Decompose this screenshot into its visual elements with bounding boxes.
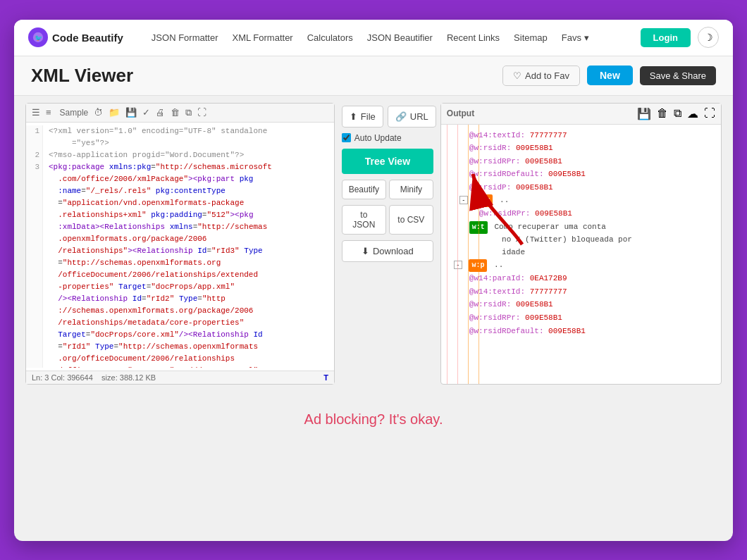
link-icon: 🔗 [395, 111, 407, 122]
auto-update-checkbox[interactable] [342, 133, 351, 142]
chevron-down-icon: ▾ [584, 32, 589, 43]
editor-content[interactable]: 1 2 3 [26, 123, 334, 371]
auto-update-label: Auto Update [354, 133, 402, 143]
trash-icon[interactable]: 🗑 [171, 107, 180, 118]
ad-block-message: Ad blocking? It's okay. [14, 392, 733, 435]
page-title: XML Viewer [31, 65, 133, 87]
nav-links: JSON Formatter XML Formatter Calculators… [152, 32, 624, 43]
new-button[interactable]: New [587, 66, 633, 85]
logo-text: Code Beautify [52, 32, 123, 44]
copy-icon[interactable]: ⧉ [185, 107, 192, 118]
wp-tag: w:p [469, 259, 487, 272]
to-json-button[interactable]: to JSON [342, 205, 386, 235]
list-item: @w14:textId: 77777777 [447, 286, 715, 299]
print-icon[interactable]: 🖨 [156, 107, 165, 118]
app-container: 🐦 Code Beautify JSON Formatter XML Forma… [14, 20, 733, 541]
list-item: @w:rsidR: 009E58B1 [447, 142, 715, 155]
download-button[interactable]: ⬇ Download [342, 240, 433, 262]
nav-recent-links[interactable]: Recent Links [447, 32, 500, 43]
list-item: @w:rsidP: 009E58B1 [447, 182, 715, 194]
nav-json-formatter[interactable]: JSON Formatter [152, 32, 218, 43]
nav-sitemap[interactable]: Sitemap [514, 32, 548, 43]
output-cloud-icon[interactable]: ☁ [687, 107, 698, 120]
upload-icon: ⬆ [350, 111, 357, 122]
nav-calculators[interactable]: Calculators [307, 32, 353, 43]
status-position: Ln: 3 Col: 396644 size: 388.12 KB [32, 373, 156, 382]
list-item[interactable]: - w:p .. [447, 259, 715, 272]
beautify-button[interactable]: Beautify [342, 180, 386, 199]
output-trash-icon[interactable]: 🗑 [657, 107, 668, 120]
collapse-button-wp[interactable]: - [454, 261, 462, 269]
editor-panel: ☰ ≡ Sample ⏱ 📁 💾 ✓ 🖨 🗑 ⧉ ⛶ 1 2 3 [25, 103, 335, 385]
code-editor[interactable]: <?xml version="1.0" encoding="UTF-8" sta… [43, 125, 334, 368]
editor-toolbar: ☰ ≡ Sample ⏱ 📁 💾 ✓ 🖨 🗑 ⧉ ⛶ [26, 104, 334, 123]
list-item: @w:rsidRPr: 009E58B1 [447, 156, 715, 168]
folder-icon[interactable]: 📁 [109, 107, 120, 118]
dark-mode-button[interactable]: ☽ [698, 27, 719, 48]
list-item: w:t Como recuperar uma conta no X (Twitt… [447, 221, 715, 259]
list-item[interactable]: - w:r .. [447, 194, 715, 207]
middle-panel: ⬆ File 🔗 URL Auto Update Tree View Beaut… [342, 103, 433, 385]
output-panel: Output 💾 🗑 ⧉ ☁ ⛶ @w14:textId: 77777777 [440, 103, 722, 385]
logo-icon: 🐦 [28, 27, 48, 47]
login-button[interactable]: Login [641, 28, 691, 47]
navbar: 🐦 Code Beautify JSON Formatter XML Forma… [14, 20, 733, 56]
nav-right: Login ☽ [641, 27, 719, 48]
list-item: @w:rsidRPr: 009E58B1 [447, 208, 715, 220]
save-icon[interactable]: 💾 [125, 107, 137, 118]
auto-update-row: Auto Update [342, 133, 433, 143]
list-item: @w:rsidRDefault: 009E58B1 [447, 168, 715, 181]
nav-json-beautifier[interactable]: JSON Beautifier [367, 32, 433, 43]
page-header: XML Viewer ♡ Add to Fav New Save & Share [14, 56, 733, 96]
line-numbers: 1 2 3 [26, 125, 43, 368]
output-expand-icon[interactable]: ⛶ [704, 107, 715, 120]
status-type-indicator: T [323, 373, 328, 382]
logo[interactable]: 🐦 Code Beautify [28, 27, 123, 47]
list-item: @w:rsidR: 009E58B1 [447, 299, 715, 311]
list-item: @w14:paraId: 0EA172B9 [447, 273, 715, 285]
output-copy-icon[interactable]: ⧉ [674, 107, 681, 120]
output-content: @w14:textId: 77777777 @w:rsidR: 009E58B1… [441, 125, 721, 384]
hamburger-icon[interactable]: ≡ [46, 107, 51, 118]
list-item: @w14:textId: 77777777 [447, 130, 715, 142]
file-button[interactable]: ⬆ File [342, 106, 383, 127]
svg-text:🐦: 🐦 [35, 34, 43, 42]
save-share-button[interactable]: Save & Share [640, 66, 716, 85]
nav-favs[interactable]: Favs ▾ [562, 32, 589, 43]
url-button[interactable]: 🔗 URL [388, 106, 436, 127]
moon-icon: ☽ [704, 32, 713, 43]
wt-tag: w:t [469, 221, 488, 234]
output-save-icon[interactable]: 💾 [637, 107, 651, 120]
history-icon[interactable]: ⏱ [94, 107, 103, 118]
collapse-button[interactable]: - [459, 196, 468, 204]
sample-label: Sample [60, 108, 89, 118]
content-area: ☰ ≡ Sample ⏱ 📁 💾 ✓ 🖨 🗑 ⧉ ⛶ 1 2 3 [14, 96, 733, 392]
expand-icon[interactable]: ⛶ [197, 107, 206, 118]
list-item: @w:rsidRDefault: 009E58B1 [447, 325, 715, 338]
output-label: Output [447, 108, 631, 118]
wr-tag: w:r [474, 194, 493, 207]
heart-icon: ♡ [513, 70, 521, 81]
to-csv-button[interactable]: to CSV [389, 205, 433, 235]
add-to-fav-button[interactable]: ♡ Add to Fav [502, 66, 580, 86]
tree-view-button[interactable]: Tree View [342, 149, 433, 174]
header-actions: ♡ Add to Fav New Save & Share [502, 66, 716, 86]
check-icon[interactable]: ✓ [142, 107, 150, 118]
output-toolbar: Output 💾 🗑 ⧉ ☁ ⛶ [441, 104, 721, 125]
minify-button[interactable]: Minify [389, 180, 433, 199]
list-item: @w:rsidRPr: 009E58B1 [447, 312, 715, 325]
editor-status: Ln: 3 Col: 396644 size: 388.12 KB T [26, 371, 334, 384]
download-icon: ⬇ [362, 246, 369, 256]
list-icon[interactable]: ☰ [32, 107, 40, 118]
nav-xml-formatter[interactable]: XML Formatter [232, 32, 292, 43]
